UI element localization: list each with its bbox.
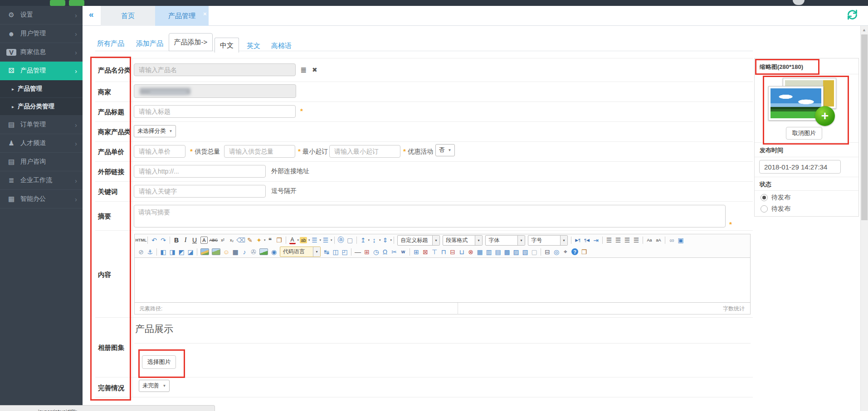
anchor-a-icon[interactable]: ⓐ — [336, 236, 346, 245]
publish-time-input[interactable] — [759, 160, 841, 174]
insert-col-icon[interactable]: ⊔ — [457, 247, 466, 256]
image-right-icon[interactable]: ◪ — [186, 247, 195, 256]
keywords-input[interactable] — [134, 185, 266, 198]
blank-page-icon[interactable]: ▢ — [346, 236, 355, 245]
supply-total-input[interactable] — [224, 145, 295, 158]
word-count-label[interactable]: 字数统计 — [458, 303, 750, 314]
fullscreen-icon[interactable]: ▣ — [676, 236, 685, 245]
italic-icon[interactable]: I — [181, 236, 190, 245]
image-center-icon[interactable]: ◩ — [177, 247, 186, 256]
insert-row-icon[interactable]: ⊓ — [439, 247, 448, 256]
split-cells-icon[interactable]: ▩ — [502, 247, 512, 256]
link-icon[interactable]: ∞ — [667, 236, 676, 245]
align-right-icon[interactable]: ☰ — [623, 236, 632, 245]
font-select[interactable]: 字体▾ — [485, 235, 525, 246]
html-source-icon[interactable]: HTML — [137, 236, 146, 245]
sidebar-item[interactable]: V商家信息› — [0, 43, 83, 62]
word-image-icon[interactable]: W — [399, 247, 408, 256]
eraser-icon[interactable]: ⌫ — [236, 236, 245, 245]
subscript-icon[interactable]: x₂ — [227, 236, 236, 245]
preview-icon[interactable]: ◎ — [552, 247, 561, 256]
subtab-add-product[interactable]: 添加产品 — [136, 39, 163, 48]
date-icon[interactable]: ⊞ — [362, 247, 371, 256]
indent-icon[interactable]: ⇥ — [591, 236, 600, 245]
font-border-icon[interactable]: A — [200, 237, 208, 244]
refresh-icon[interactable] — [846, 9, 858, 21]
sidebar-item[interactable]: ▤用户咨询 — [0, 153, 83, 171]
print-icon[interactable]: ⊟ — [543, 247, 552, 256]
lang-tab-khmer[interactable]: 高棉语 — [271, 42, 292, 50]
product-name-input[interactable] — [134, 63, 296, 76]
select-image-button[interactable]: 选择图片 — [142, 355, 176, 369]
tab-product-management[interactable]: 产品管理 — [155, 6, 209, 26]
lang-tab-english[interactable]: 英文 — [247, 42, 260, 50]
tab-home[interactable]: 首页 — [101, 6, 155, 26]
tree-select-icon[interactable]: ≣ — [300, 65, 307, 75]
image-manager-icon[interactable] — [212, 248, 220, 255]
caret-down-icon[interactable]: ▾ — [390, 238, 392, 242]
split-col-icon[interactable]: ▧ — [521, 247, 530, 256]
editor-content-area[interactable] — [135, 258, 750, 302]
subtab-all-products[interactable]: 所有产品 — [97, 39, 124, 48]
superscript-icon[interactable]: x² — [218, 236, 227, 245]
topbar-button-1[interactable] — [50, 0, 65, 6]
pagebreak-icon[interactable]: ↹ — [322, 247, 331, 256]
line-height-icon[interactable]: ⇕ — [381, 236, 390, 245]
emotion-icon[interactable]: ☺ — [222, 247, 231, 256]
size-select[interactable]: 字号▾ — [528, 235, 568, 246]
blockquote-icon[interactable]: ❝ — [266, 236, 275, 245]
sidebar-item[interactable]: ☻用户管理› — [0, 24, 83, 43]
sidebar-item[interactable]: ≣企业工作流› — [0, 171, 83, 190]
insert-table-icon[interactable]: ⊞ — [412, 247, 421, 256]
redo-icon[interactable]: ↷ — [159, 236, 168, 245]
caret-down-icon[interactable]: ▾ — [264, 238, 266, 242]
to-uppercase-icon[interactable]: Aa — [645, 236, 654, 245]
scrollbar-thumb[interactable] — [861, 34, 868, 220]
autotypeset-icon[interactable]: ✦ — [254, 236, 263, 245]
flash-icon[interactable]: ◉ — [269, 247, 278, 256]
omega-icon[interactable]: Ω — [380, 247, 390, 256]
music-icon[interactable]: ♪ — [240, 247, 249, 256]
bold-icon[interactable]: B — [172, 236, 181, 245]
sidebar-item[interactable]: ▦智能办公› — [0, 190, 83, 208]
external-link-input[interactable] — [134, 165, 266, 178]
scrollbar-up-arrow[interactable]: ▲ — [862, 28, 866, 32]
product-title-input[interactable] — [134, 105, 296, 118]
clipboard-icon[interactable]: ❐ — [580, 247, 589, 256]
sidebar-item[interactable]: ▤订单管理› — [0, 116, 83, 134]
unlink-icon[interactable]: ⊘ — [137, 247, 146, 256]
topbar-button-2[interactable] — [69, 0, 84, 6]
align-left-icon[interactable]: ☰ — [605, 236, 614, 245]
ordered-list-icon[interactable]: ☰ — [310, 236, 319, 245]
paragraph-ltr-icon[interactable]: ▶¶ — [573, 236, 582, 245]
min-order-input[interactable] — [329, 145, 400, 158]
hr-icon[interactable]: — — [353, 247, 362, 256]
format-brush-icon[interactable]: ✎ — [245, 236, 254, 245]
undo-icon[interactable]: ↶ — [150, 236, 159, 245]
table-title-icon[interactable]: ⊤ — [430, 247, 439, 256]
heading-select[interactable]: 自定义标题▾ — [397, 235, 440, 246]
align-center-icon[interactable]: ☰ — [614, 236, 623, 245]
clear-icon[interactable]: ✖ — [312, 66, 317, 73]
summary-textarea[interactable] — [134, 205, 726, 227]
caret-down-icon[interactable]: ▾ — [297, 238, 299, 242]
video-icon[interactable]: ▦ — [231, 247, 240, 256]
sidebar-item[interactable]: ⚄产品管理› — [0, 62, 83, 80]
image-inline-icon[interactable]: ◨ — [168, 247, 177, 256]
delete-table-icon[interactable]: ⊠ — [421, 247, 430, 256]
spacing-top-icon[interactable]: ↥ — [359, 236, 368, 245]
two-column-icon[interactable]: ◫ — [331, 247, 340, 256]
sidebar-subitem[interactable]: ▸产品管理 — [0, 80, 83, 98]
sidebar-collapse-button[interactable]: « — [89, 10, 94, 19]
sidebar-subitem[interactable]: ▸产品分类管理 — [0, 98, 83, 116]
merge-cells-icon[interactable]: ▦ — [475, 247, 484, 256]
tab-close-icon[interactable]: × — [203, 10, 207, 17]
attachment-icon[interactable]: ✇ — [249, 247, 258, 256]
help-icon[interactable]: ? — [571, 248, 578, 255]
strikethrough-icon[interactable]: ABC — [209, 236, 218, 245]
lang-tab-chinese[interactable]: 中文 — [215, 38, 239, 53]
add-image-icon[interactable]: + — [815, 106, 835, 126]
anchor-icon[interactable]: ⚓ — [146, 247, 155, 256]
delete-col-icon[interactable]: ⊗ — [466, 247, 475, 256]
subtab-product-add[interactable]: 产品添加-> — [169, 33, 213, 51]
